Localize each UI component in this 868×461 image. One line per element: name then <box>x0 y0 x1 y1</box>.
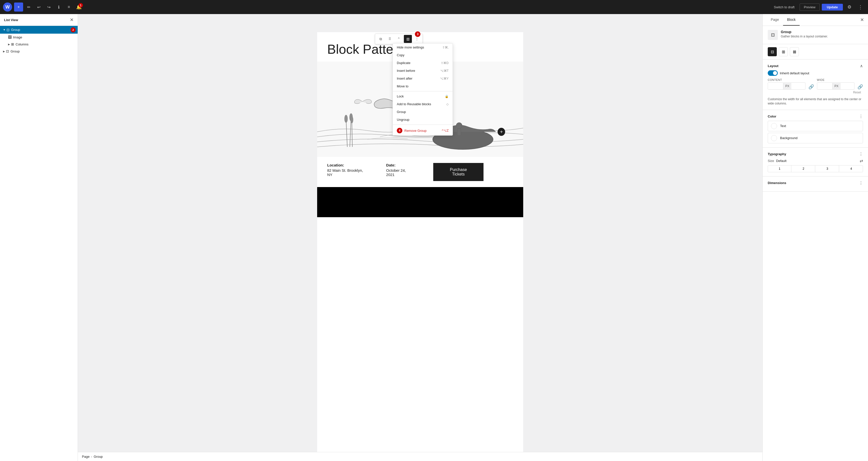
diamond-icon: ◇ <box>446 102 448 106</box>
move-toolbar-button[interactable]: ⌃ <box>395 35 403 43</box>
menu-item-ungroup[interactable]: Ungroup <box>393 116 453 124</box>
menu-item-insert-before[interactable]: Insert before ⌥⌘T <box>393 67 453 74</box>
size-preset-2[interactable]: 2 <box>792 165 815 172</box>
color-section: Color ⋮ Text Background <box>763 110 868 147</box>
list-item[interactable]: 🖼 Image <box>0 34 78 41</box>
size-preset-3[interactable]: 3 <box>816 165 839 172</box>
view-btn-full[interactable]: ⊠ <box>790 47 799 56</box>
wide-input-with-unit: PX <box>817 83 855 90</box>
content-input-with-unit: PX <box>768 83 805 90</box>
close-list-view-button[interactable]: ✕ <box>70 17 74 23</box>
menu-item-add-reusable[interactable]: Add to Reusable blocks ◇ <box>393 100 453 108</box>
columns-icon: ⊞ <box>11 42 14 46</box>
menu-item-label: Copy <box>397 53 404 57</box>
redo-icon: ↪ <box>47 5 51 9</box>
layout-section-header: Layout ∧ <box>768 64 863 68</box>
wp-logo[interactable]: W <box>3 2 12 11</box>
canvas-info-row: Location: 82 Main St. Brooklyn, NY Date:… <box>317 157 523 187</box>
undo-button[interactable]: ↩ <box>34 2 43 11</box>
dimensions-options-button[interactable]: ⋮ <box>859 180 863 185</box>
drag-icon: ⠿ <box>389 37 391 41</box>
align-toolbar-button[interactable]: ▥ <box>404 35 412 43</box>
wide-unit-label: PX <box>832 83 841 89</box>
menu-item-lock[interactable]: Lock 🔒 <box>393 92 453 100</box>
link-dimensions-button[interactable]: 🔗 <box>808 84 814 90</box>
add-block-button[interactable]: + <box>14 2 23 11</box>
background-color-label: Background <box>780 136 797 140</box>
menu-item-duplicate[interactable]: Duplicate ⇧⌘D <box>393 59 453 67</box>
step-badge-2: 2 <box>71 27 75 32</box>
content-input-group: Content PX <box>768 78 805 90</box>
typography-size-row: Size Default ⇄ <box>768 159 863 163</box>
shortcut-label: ⇧⌘, <box>442 46 448 49</box>
breadcrumb-page[interactable]: Page <box>82 455 90 459</box>
location-label: Location: <box>327 163 366 167</box>
inherit-layout-toggle[interactable] <box>768 70 778 76</box>
location-col: Location: 82 Main St. Brooklyn, NY <box>327 163 366 177</box>
breadcrumb-group[interactable]: Group <box>94 455 103 459</box>
view-btn-constrain[interactable]: ⊟ <box>768 47 777 56</box>
edit-button[interactable]: ✏ <box>24 2 33 11</box>
menu-item-label: Duplicate <box>397 61 410 65</box>
more-options-button[interactable]: ⋮ <box>856 2 865 11</box>
app-layout: List View ✕ ▼ ⊡ Group ⋮ 2 🖼 Image ▶ ⊞ Co… <box>0 14 868 461</box>
preview-button[interactable]: Preview <box>800 3 820 11</box>
notifications-button[interactable]: 🔔 1 <box>74 2 84 11</box>
canvas-black-bar <box>317 187 523 217</box>
purchase-tickets-button[interactable]: Purchase Tickets <box>433 163 484 181</box>
view-btn-wide[interactable]: ⊞ <box>779 47 788 56</box>
size-preset-4[interactable]: 4 <box>840 165 863 172</box>
align-icon: ▥ <box>406 37 410 41</box>
list-item[interactable]: ▶ ⊞ Columns <box>0 41 78 48</box>
plus-icon: + <box>17 5 20 9</box>
dimensions-section: Dimensions ⋮ <box>763 176 868 192</box>
menu-item-move-to[interactable]: Move to <box>393 83 453 90</box>
drag-toolbar-button[interactable]: ⠿ <box>386 35 394 43</box>
reset-layout-button[interactable]: Reset <box>851 90 863 95</box>
menu-item-group[interactable]: Group <box>393 108 453 116</box>
info-button[interactable]: ℹ <box>54 2 63 11</box>
list-item[interactable]: ▶ ⊡ Group <box>0 48 78 55</box>
redo-button[interactable]: ↪ <box>44 2 53 11</box>
menu-divider-2 <box>393 125 453 125</box>
settings-button[interactable]: ⚙ <box>845 2 854 11</box>
menu-item-remove-group[interactable]: 4 Remove Group ^⌥Z <box>393 126 453 135</box>
layout-collapse-button[interactable]: ∧ <box>860 64 863 68</box>
date-col: Date: October 24, 2021 <box>386 163 413 177</box>
group-block-icon: ⊡ <box>771 32 775 38</box>
typography-reset-button[interactable]: ⇄ <box>860 159 863 163</box>
tab-page[interactable]: Page <box>767 14 783 26</box>
undo-icon: ↩ <box>37 5 40 9</box>
customize-note: Customize the width for all elements tha… <box>768 97 863 106</box>
tree-item-label: Group <box>10 50 20 53</box>
list-item[interactable]: ▼ ⊡ Group ⋮ 2 <box>0 26 78 34</box>
menu-item-label: Remove Group <box>404 129 427 133</box>
close-right-panel-button[interactable]: ✕ <box>860 17 864 23</box>
background-color-option[interactable]: Background <box>768 133 863 143</box>
color-options-button[interactable]: ⋮ <box>859 114 863 119</box>
link-wide-button[interactable]: 🔗 <box>858 84 863 90</box>
view-buttons-row: ⊟ ⊞ ⊠ <box>763 44 868 60</box>
switch-to-draft-button[interactable]: Switch to draft <box>771 4 797 10</box>
content-width-input[interactable] <box>768 83 783 89</box>
tab-block[interactable]: Block <box>783 14 800 26</box>
purchase-btn-wrap: Purchase Tickets <box>433 163 484 181</box>
size-preset-1[interactable]: 1 <box>768 165 792 172</box>
add-block-inline-button[interactable]: + <box>498 128 505 136</box>
update-button[interactable]: Update <box>822 4 843 10</box>
tree-item-label: Image <box>13 35 22 39</box>
copy-toolbar-button[interactable]: ⧉ <box>377 35 385 43</box>
list-view-button[interactable]: ≡ <box>64 2 73 11</box>
wide-width-input[interactable] <box>817 83 832 89</box>
menu-item-copy[interactable]: Copy <box>393 51 453 59</box>
block-info-text: Group Gather blocks in a layout containe… <box>781 30 863 39</box>
menu-item-hide-settings[interactable]: Hide more settings ⇧⌘, <box>393 43 453 51</box>
menu-item-insert-after[interactable]: Insert after ⌥⌘Y <box>393 74 453 83</box>
text-color-label: Text <box>780 124 786 128</box>
context-menu: Hide more settings ⇧⌘, Copy Duplicate ⇧⌘… <box>393 43 453 136</box>
chevron-right-icon: ▶ <box>8 43 10 46</box>
chevron-right-icon: ▶ <box>3 50 5 53</box>
text-color-option[interactable]: Text <box>768 121 863 131</box>
typography-options-button[interactable]: ⋮ <box>859 152 863 157</box>
menu-item-label: Move to <box>397 85 408 88</box>
